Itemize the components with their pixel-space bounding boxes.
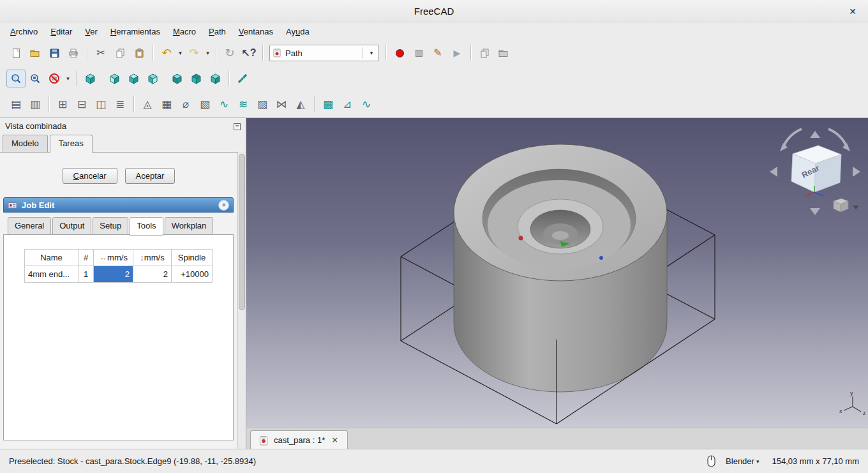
slot-icon[interactable]: ▨	[253, 95, 272, 113]
scrollbar-thumb[interactable]	[239, 154, 245, 310]
new-document-icon[interactable]	[6, 44, 26, 62]
menu-ventanas[interactable]: Ventanas	[232, 24, 280, 40]
pocket-icon[interactable]: ▦	[157, 95, 176, 113]
menu-ayuda[interactable]: Ayuda	[280, 24, 316, 40]
view-bottom-icon[interactable]	[186, 70, 206, 87]
menu-ver[interactable]: Ver	[79, 24, 104, 40]
fit-selection-icon[interactable]	[26, 70, 45, 87]
menu-editar[interactable]: Editar	[44, 24, 79, 40]
column-header-spindle[interactable]: Spindle	[172, 250, 213, 266]
tab-tools[interactable]: Tools	[130, 217, 163, 236]
profile-icon[interactable]: ◬	[138, 95, 157, 113]
close-tab-icon[interactable]: ✕	[330, 435, 340, 445]
menu-path[interactable]: Path	[202, 24, 232, 40]
adaptive-icon[interactable]: ≋	[234, 95, 253, 113]
macro-play-icon[interactable]: ▶	[447, 44, 467, 62]
folder-gray-icon	[498, 48, 509, 58]
tab-output[interactable]: Output	[52, 217, 91, 235]
collapse-section-icon[interactable]: »	[218, 200, 229, 211]
3d-viewport[interactable]: Rear y x z	[246, 118, 868, 428]
redo-dropdown-icon[interactable]: ▾	[204, 44, 212, 62]
undo-icon[interactable]: ↶	[157, 44, 176, 62]
document-tab-cast-para[interactable]: cast_para : 1* ✕	[250, 430, 348, 449]
helix-icon[interactable]: ∿	[214, 95, 234, 113]
draw-style-dropdown-icon[interactable]: ▾	[64, 70, 72, 87]
cast-part-model[interactable]	[454, 144, 667, 392]
view-top-icon[interactable]	[124, 70, 143, 87]
float-panel-icon[interactable]	[234, 123, 241, 130]
job-edit-header[interactable]: Job Edit »	[3, 197, 234, 213]
whats-this-icon[interactable]: ↖?	[239, 44, 258, 62]
nav-arrow-right-icon[interactable]	[853, 167, 860, 177]
macro-record-icon[interactable]	[390, 44, 409, 62]
column-header-number[interactable]: #	[79, 250, 94, 266]
deburr-icon[interactable]: ◭	[291, 95, 310, 113]
view-right-icon[interactable]	[143, 70, 162, 87]
nav-arrow-up-icon[interactable]	[810, 131, 820, 138]
tab-general[interactable]: General	[8, 217, 51, 235]
tool-plunge-cell[interactable]: 2	[133, 266, 172, 283]
chevron-down-icon[interactable]	[853, 206, 859, 209]
menu-herramientas[interactable]: Herramientas	[104, 24, 167, 40]
refresh-icon[interactable]: ↻	[220, 44, 239, 62]
rotate-left-arrowhead-icon[interactable]	[780, 143, 788, 151]
rotate-right-icon[interactable]	[828, 129, 847, 147]
nav-arrow-left-icon[interactable]	[770, 167, 777, 177]
view-rear-icon[interactable]	[167, 70, 186, 87]
paste-icon[interactable]	[130, 44, 149, 62]
tool-name-cell[interactable]: 4mm end...	[25, 266, 79, 283]
column-header-feed[interactable]: ↔mm/s	[94, 250, 133, 266]
rotate-right-arrowhead-icon[interactable]	[842, 143, 850, 151]
cut-icon[interactable]: ✂	[91, 44, 110, 62]
simulator-icon[interactable]: ◫	[91, 95, 110, 113]
workbench-selector[interactable]: Path ▾	[269, 45, 379, 61]
documents-icon[interactable]	[475, 44, 494, 62]
redo-icon[interactable]: ↷	[184, 44, 204, 62]
nav-cube-menu[interactable]	[834, 199, 859, 212]
inspect-icon[interactable]: ⊟	[72, 95, 91, 113]
save-icon[interactable]	[45, 44, 64, 62]
menu-macro[interactable]: Macro	[167, 24, 202, 40]
copy-icon[interactable]	[110, 44, 130, 62]
array-icon[interactable]: ▩	[318, 95, 338, 113]
print-icon[interactable]	[64, 44, 83, 62]
fit-all-icon[interactable]	[6, 70, 26, 87]
post-process-icon[interactable]: ▥	[26, 95, 45, 113]
measure-icon[interactable]	[233, 70, 252, 87]
open-document-icon[interactable]	[26, 44, 45, 62]
drilling-icon[interactable]: ⌀	[176, 95, 195, 113]
view-front-icon[interactable]	[105, 70, 124, 87]
undo-dropdown-icon[interactable]: ▾	[176, 44, 184, 62]
sanity-check-icon[interactable]: ≣	[110, 95, 130, 113]
cancel-button[interactable]: Cancelar	[63, 168, 117, 184]
tab-tareas[interactable]: Tareas	[50, 135, 93, 153]
navigation-style-selector[interactable]: Blender ▾	[722, 454, 763, 468]
tab-modelo[interactable]: Modelo	[3, 135, 48, 152]
view-axonometric-icon[interactable]	[80, 70, 100, 87]
accept-button[interactable]: Aceptar	[125, 168, 176, 184]
column-header-plunge[interactable]: ↕mm/s	[133, 250, 172, 266]
check-toolpath-icon[interactable]: ⊞	[53, 95, 72, 113]
panel-scrollbar[interactable]	[237, 152, 246, 449]
job-icon[interactable]: ▤	[6, 95, 26, 113]
folder-gray-icon[interactable]	[494, 44, 513, 62]
custom-icon[interactable]: ∿	[357, 95, 376, 113]
face-icon[interactable]: ▧	[195, 95, 214, 113]
tab-workplan[interactable]: Workplan	[165, 217, 214, 235]
tab-setup[interactable]: Setup	[93, 217, 128, 235]
tool-spindle-cell[interactable]: +10000	[172, 266, 213, 283]
view-left-icon[interactable]	[206, 70, 225, 87]
macro-stop-icon[interactable]	[409, 44, 428, 62]
comment-icon[interactable]: ⊿	[338, 95, 357, 113]
menu-archivo[interactable]: Archivo	[4, 24, 44, 40]
tool-number-cell[interactable]: 1	[79, 266, 94, 283]
macro-edit-icon[interactable]: ✎	[428, 44, 447, 62]
window-close-icon[interactable]: ✕	[846, 5, 859, 18]
nav-arrow-down-icon[interactable]	[810, 208, 820, 215]
column-header-name[interactable]: Name	[25, 250, 79, 266]
rotate-left-icon[interactable]	[783, 129, 802, 147]
draw-style-icon[interactable]	[45, 70, 64, 87]
tool-feed-cell-selected[interactable]: 2	[94, 266, 133, 283]
engrave-icon[interactable]: ⋈	[272, 95, 291, 113]
navigation-cube[interactable]: Rear	[791, 146, 841, 196]
